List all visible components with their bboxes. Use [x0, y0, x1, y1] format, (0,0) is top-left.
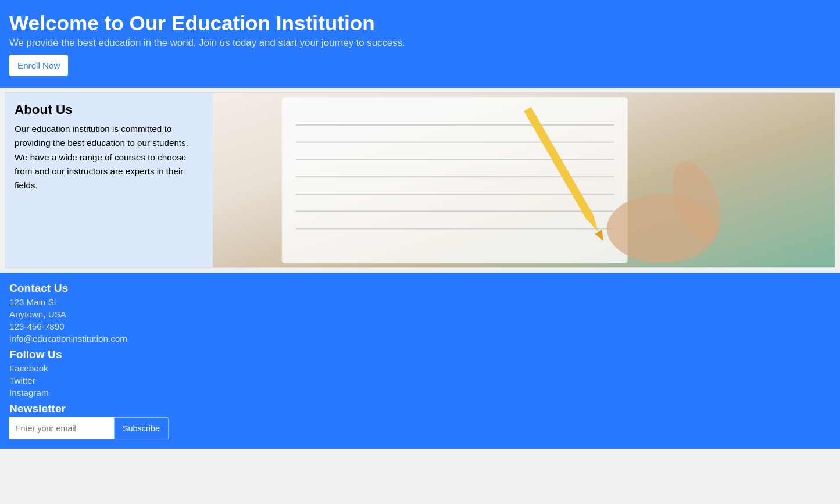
- newsletter-title: Newsletter: [9, 402, 831, 415]
- about-description: Our education institution is committed t…: [15, 122, 203, 193]
- contact-title: Contact Us: [9, 282, 831, 295]
- footer-section: Contact Us 123 Main St Anytown, USA 123-…: [0, 273, 840, 449]
- email-link[interactable]: info@educationinstitution.com: [9, 334, 831, 344]
- main-content: About Us Our education institution is co…: [5, 92, 835, 268]
- newsletter-form: Subscribe: [9, 417, 831, 439]
- instagram-link[interactable]: Instagram: [9, 388, 831, 398]
- page-title: Welcome to Our Education Institution: [9, 12, 831, 35]
- address-line2: Anytown, USA: [9, 309, 831, 319]
- svg-rect-1: [282, 97, 628, 263]
- follow-title: Follow Us: [9, 348, 831, 361]
- facebook-link[interactable]: Facebook: [9, 363, 831, 373]
- address-line1: 123 Main St: [9, 297, 831, 307]
- about-section: About Us Our education institution is co…: [5, 93, 213, 267]
- about-title: About Us: [15, 102, 203, 117]
- header-subtitle: We provide the best education in the wor…: [9, 37, 831, 49]
- hero-image: [213, 93, 835, 267]
- enroll-button[interactable]: Enroll Now: [9, 55, 68, 76]
- subscribe-button[interactable]: Subscribe: [114, 417, 169, 439]
- twitter-link[interactable]: Twitter: [9, 376, 831, 385]
- image-section: [213, 93, 835, 267]
- header-section: Welcome to Our Education Institution We …: [0, 0, 840, 88]
- phone: 123-456-7890: [9, 321, 831, 331]
- newsletter-input[interactable]: [9, 417, 114, 439]
